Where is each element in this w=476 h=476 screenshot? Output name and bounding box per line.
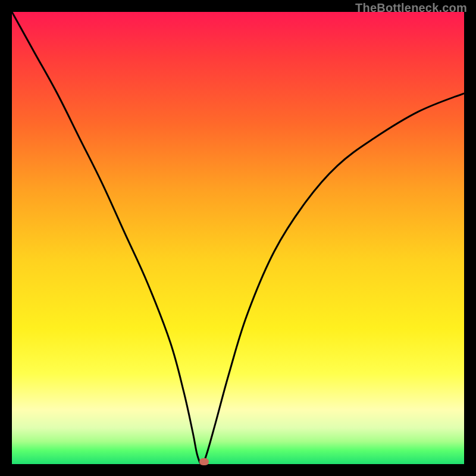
bottleneck-curve (12, 12, 464, 464)
curve-path (12, 12, 464, 464)
chart-frame: TheBottleneck.com (0, 0, 476, 476)
plot-area (12, 12, 464, 464)
optimal-marker (199, 458, 209, 465)
watermark-text: TheBottleneck.com (355, 1, 467, 15)
